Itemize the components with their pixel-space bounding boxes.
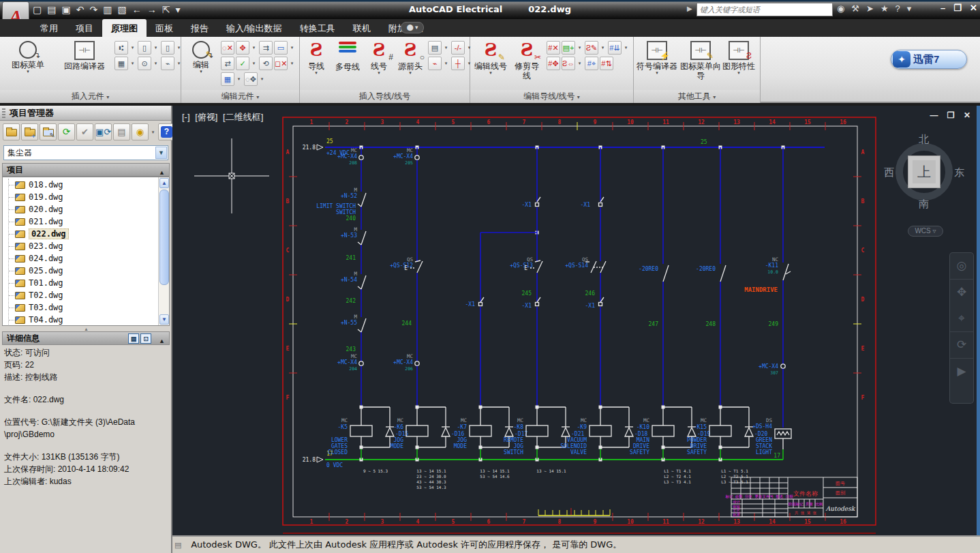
help-dropdown-icon[interactable]: ▾ — [907, 3, 912, 14]
open-project-button[interactable] — [3, 123, 20, 140]
multiple-bus-button[interactable]: 多母线 — [333, 40, 363, 72]
restore-button[interactable]: ❐ — [953, 3, 964, 13]
drawing-area[interactable]: [-] [俯视] [二维线框] — ❐ ✕ — [172, 106, 980, 535]
projects-section-header[interactable]: 项目▲ — [2, 163, 170, 177]
move-component-icon[interactable]: ✥ — [236, 41, 249, 55]
wire-gap-icon[interactable]: -/- — [451, 41, 465, 55]
insert-footprint-icon[interactable]: ▯ — [161, 41, 174, 55]
communication-center-icon[interactable]: ➤ — [866, 3, 874, 14]
new-icon[interactable]: ▢ — [33, 4, 47, 15]
delete-wire-number-icon[interactable]: #✕ — [547, 41, 560, 55]
combo-dropdown-icon[interactable]: ▼ — [155, 147, 167, 159]
tab-schematic[interactable]: 原理图 — [102, 19, 147, 37]
update-icon[interactable]: ✓ — [236, 57, 249, 70]
dot-icon[interactable]: ⌁ — [428, 57, 442, 70]
dd1[interactable]: ▾ — [129, 41, 136, 55]
viewport-visual-style-control[interactable]: [二维线框] — [223, 112, 263, 122]
list-item[interactable]: T02.dwg — [9, 289, 153, 301]
navigation-wheel-icon[interactable]: ◎ — [950, 253, 973, 279]
panel-caption-edit-wires[interactable]: 编辑导线/线号 ▾ — [470, 90, 633, 103]
tab-import-export[interactable]: 输入/输出数据 — [217, 19, 291, 37]
dd10[interactable]: ▾ — [289, 57, 295, 70]
minimize-button[interactable]: – — [940, 3, 948, 13]
plot-publish-button[interactable]: ▤ — [113, 123, 130, 140]
back-icon[interactable]: ← — [132, 4, 147, 15]
move-wire-number-icon[interactable]: #✥ — [547, 57, 560, 70]
doc-minimize-button[interactable]: — — [930, 110, 938, 120]
attributes-icon[interactable]: ▦ — [221, 72, 234, 86]
icon-menu-button[interactable]: 图标菜单▾ — [8, 40, 48, 74]
view-cube-top-face[interactable]: 上 — [908, 155, 940, 188]
list-item[interactable]: T03.dwg — [9, 301, 153, 314]
refresh-button[interactable]: ⟳ — [58, 123, 75, 140]
source-arrow-button[interactable]: Ƨ○ 源箭头▾ — [395, 40, 425, 75]
dd9[interactable]: ▾ — [251, 57, 257, 70]
search-input[interactable] — [696, 3, 833, 16]
edit-button[interactable]: ✎ 编辑▾ — [185, 40, 217, 74]
viewport-minus-control[interactable]: [-] — [182, 112, 190, 122]
dd17[interactable]: ▾ — [577, 41, 583, 55]
symbol-builder-button[interactable]: ⚡ 符号编译器▾ — [635, 40, 679, 75]
list-item[interactable]: T01.dwg — [9, 277, 153, 289]
move-attribute-icon[interactable]: ◌✥ — [244, 72, 258, 86]
save-icon[interactable]: ▣ — [61, 4, 76, 15]
dd7[interactable]: ▾ — [251, 41, 257, 55]
scroll-down-icon[interactable]: ▼ — [159, 314, 169, 325]
help-icon[interactable]: ? — [895, 3, 900, 14]
details-section-header[interactable]: 详细信息 ▤ ⊡ ▲ — [2, 331, 170, 345]
panel-caption-insert-components[interactable]: 插入元件 ▾ — [0, 90, 181, 103]
dd20[interactable]: ▾ — [577, 57, 583, 70]
dd18[interactable]: ▾ — [600, 41, 606, 55]
redo-icon[interactable]: ↷ — [89, 4, 103, 15]
panel-caption-edit-components[interactable]: 编辑元件 ▾ — [181, 90, 299, 103]
insert-connector-icon[interactable]: ⊙ — [138, 57, 151, 70]
search-expand-icon[interactable]: ▶ — [687, 5, 692, 12]
copy-component-icon[interactable]: ⇉ — [259, 41, 273, 55]
sheet-set-icon[interactable]: ▧ — [117, 4, 132, 15]
dd12[interactable]: ▾ — [259, 72, 265, 86]
insert-panel-icon[interactable]: ▯ — [138, 41, 151, 55]
project-task-list-button[interactable]: ✔ — [76, 123, 93, 140]
wire-button[interactable]: Ƨ 导线▾ — [301, 40, 331, 75]
print-icon[interactable]: ▥ — [103, 4, 117, 15]
retag-icon[interactable]: ⟲ — [259, 57, 273, 70]
showmotion-icon[interactable]: ▶ — [950, 359, 973, 385]
insert-ladder-rung-icon[interactable]: ▤+ — [562, 41, 575, 55]
collapse-icon[interactable]: ▲ — [159, 335, 165, 347]
insert-terminal-icon[interactable]: ⌁ — [161, 57, 174, 70]
undo-icon[interactable]: ↶ — [76, 4, 90, 15]
list-item[interactable]: 023.dwg — [9, 240, 153, 252]
favorites-star-icon[interactable]: ★ — [881, 3, 889, 14]
featured-apps-button[interactable]: ⬤ ▾ — [401, 22, 424, 33]
dd13[interactable]: ▾ — [443, 41, 449, 55]
view-cube[interactable]: 北 南 西 东 上 — [887, 134, 962, 209]
trim-wire-button[interactable]: Ƨ✂ 修剪导线 — [511, 40, 542, 80]
dd4[interactable]: ▾ — [129, 57, 136, 70]
scroll-up-icon[interactable]: ▲ — [159, 178, 169, 188]
toolbar-dropdown[interactable]: ▾ — [150, 123, 156, 137]
list-item[interactable]: T04.dwg — [9, 314, 153, 326]
list-item[interactable]: 019.dwg — [9, 191, 153, 203]
erase-icon[interactable]: ◻✕ — [274, 57, 288, 70]
subscription-wrench-icon[interactable]: ⚒ — [851, 3, 859, 14]
tab-online[interactable]: 联机 — [344, 19, 380, 37]
dd19[interactable]: ▾ — [623, 41, 629, 55]
doc-restore-button[interactable]: ❐ — [947, 110, 955, 120]
list-item[interactable]: 025.dwg — [9, 265, 153, 277]
tee-icon[interactable]: ┼ — [451, 57, 465, 70]
search-binoculars-icon[interactable]: ◉ — [837, 3, 844, 14]
delete-component-icon[interactable]: ◌✕ — [221, 41, 234, 55]
tab-reports[interactable]: 报告 — [182, 19, 217, 37]
viewport-view-control[interactable]: [俯视] — [195, 112, 217, 122]
qat-dropdown-icon[interactable]: ▾ — [175, 4, 185, 15]
project-combo[interactable]: 集尘器 ▼ — [3, 145, 168, 160]
dd8[interactable]: ▾ — [289, 41, 295, 55]
view-cube-east[interactable]: 东 — [954, 166, 964, 179]
list-item[interactable]: 020.dwg — [9, 203, 153, 215]
wcs-dropdown[interactable]: WCS ▿ — [908, 226, 943, 237]
flip-wire-number-icon[interactable]: #⌖ — [585, 57, 598, 70]
list-item[interactable]: 024.dwg — [9, 252, 153, 265]
dd15[interactable]: ▾ — [443, 57, 449, 70]
wire-number-button[interactable]: Ƨ# 线号▾ — [364, 40, 394, 75]
pan-icon[interactable]: ✥ — [950, 280, 973, 305]
